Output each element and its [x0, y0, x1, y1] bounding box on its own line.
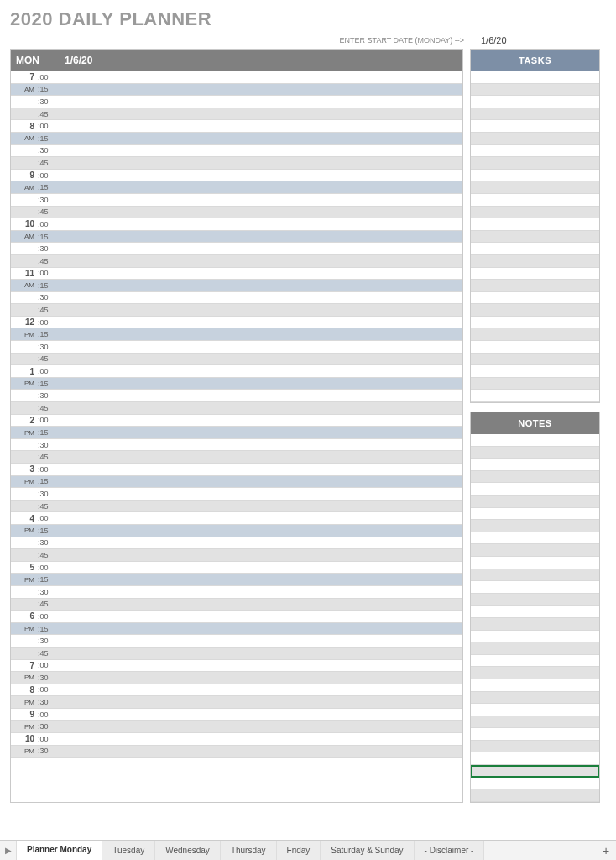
- task-row[interactable]: [471, 292, 599, 305]
- note-row[interactable]: [471, 434, 599, 447]
- schedule-row[interactable]: 7:00: [11, 71, 462, 84]
- task-row[interactable]: [471, 390, 599, 402]
- task-row[interactable]: [471, 170, 599, 182]
- schedule-row[interactable]: 10:00: [11, 733, 462, 746]
- task-row[interactable]: [471, 218, 599, 231]
- schedule-row[interactable]: 1:00: [11, 365, 462, 378]
- note-row[interactable]: [471, 655, 599, 668]
- note-row[interactable]: [471, 532, 599, 545]
- schedule-row[interactable]: :30: [11, 145, 462, 158]
- task-row[interactable]: [471, 120, 599, 133]
- schedule-row[interactable]: :30: [11, 635, 462, 648]
- schedule-row[interactable]: PM:15: [11, 378, 462, 391]
- task-row[interactable]: [471, 96, 599, 108]
- schedule-row[interactable]: :30: [11, 538, 462, 550]
- schedule-row[interactable]: 12:00: [11, 317, 462, 329]
- note-row[interactable]: [471, 459, 599, 471]
- schedule-row[interactable]: PM:30: [11, 721, 462, 733]
- task-row[interactable]: [471, 268, 599, 281]
- schedule-row[interactable]: PM:30: [11, 746, 462, 758]
- task-row[interactable]: [471, 108, 599, 121]
- note-row[interactable]: [471, 569, 599, 582]
- schedule-row[interactable]: 3:00: [11, 464, 462, 476]
- schedule-row[interactable]: PM:30: [11, 672, 462, 684]
- schedule-row[interactable]: 7:00: [11, 660, 462, 673]
- schedule-row[interactable]: PM:15: [11, 328, 462, 341]
- task-row[interactable]: [471, 243, 599, 255]
- schedule-row[interactable]: :45: [11, 255, 462, 268]
- note-row[interactable]: [471, 447, 599, 459]
- task-row[interactable]: [471, 157, 599, 170]
- schedule-row[interactable]: :45: [11, 108, 462, 121]
- schedule-row[interactable]: 5:00: [11, 562, 462, 574]
- schedule-row[interactable]: :30: [11, 488, 462, 501]
- task-row[interactable]: [471, 194, 599, 207]
- sheet-tab[interactable]: - Disclaimer -: [415, 841, 485, 860]
- task-row[interactable]: [471, 145, 599, 158]
- task-row[interactable]: [471, 341, 599, 354]
- note-row[interactable]: [471, 606, 599, 618]
- schedule-row[interactable]: :45: [11, 451, 462, 464]
- schedule-row[interactable]: PM:15: [11, 427, 462, 439]
- schedule-row[interactable]: :30: [11, 390, 462, 402]
- note-row[interactable]: [471, 692, 599, 705]
- note-row[interactable]: [471, 508, 599, 521]
- sheet-tab[interactable]: Tuesday: [102, 841, 155, 860]
- schedule-row[interactable]: PM:15: [11, 574, 462, 586]
- schedule-row[interactable]: 2:00: [11, 415, 462, 427]
- schedule-row[interactable]: :45: [11, 402, 462, 415]
- schedule-row[interactable]: AM:15: [11, 84, 462, 97]
- schedule-row[interactable]: :30: [11, 96, 462, 108]
- start-date-value[interactable]: 1/6/20: [476, 35, 606, 45]
- task-row[interactable]: [471, 280, 599, 292]
- note-row[interactable]: [471, 716, 599, 729]
- schedule-row[interactable]: :45: [11, 354, 462, 366]
- schedule-row[interactable]: :30: [11, 586, 462, 599]
- schedule-row[interactable]: PM:15: [11, 623, 462, 636]
- tab-nav-icon[interactable]: ▶: [0, 841, 17, 860]
- schedule-row[interactable]: 9:00: [11, 709, 462, 721]
- note-row[interactable]: [471, 471, 599, 484]
- note-row[interactable]: [471, 778, 599, 790]
- sheet-tab[interactable]: Friday: [277, 841, 321, 860]
- schedule-row[interactable]: :45: [11, 599, 462, 611]
- sheet-tab[interactable]: Wednesday: [155, 841, 221, 860]
- sheet-tab[interactable]: Saturday & Sunday: [321, 841, 414, 860]
- schedule-row[interactable]: AM:15: [11, 231, 462, 244]
- schedule-row[interactable]: :45: [11, 549, 462, 562]
- schedule-row[interactable]: :30: [11, 341, 462, 354]
- note-row[interactable]: [471, 618, 599, 631]
- note-row[interactable]: [471, 679, 599, 692]
- task-row[interactable]: [471, 133, 599, 145]
- note-row[interactable]: [471, 789, 599, 802]
- task-row[interactable]: [471, 354, 599, 366]
- schedule-row[interactable]: :30: [11, 439, 462, 452]
- note-row[interactable]: [471, 631, 599, 643]
- note-row[interactable]: [471, 741, 599, 753]
- note-row[interactable]: [471, 496, 599, 508]
- schedule-row[interactable]: 4:00: [11, 512, 462, 525]
- note-row[interactable]: [471, 752, 599, 765]
- schedule-row[interactable]: PM:30: [11, 696, 462, 709]
- task-row[interactable]: [471, 304, 599, 317]
- add-sheet-button[interactable]: +: [596, 841, 616, 860]
- schedule-row[interactable]: 9:00: [11, 170, 462, 182]
- schedule-row[interactable]: AM:15: [11, 133, 462, 145]
- schedule-row[interactable]: 8:00: [11, 684, 462, 697]
- schedule-row[interactable]: :45: [11, 648, 462, 660]
- task-row[interactable]: [471, 255, 599, 268]
- note-row[interactable]: [471, 704, 599, 716]
- task-row[interactable]: [471, 71, 599, 84]
- task-row[interactable]: [471, 207, 599, 219]
- schedule-row[interactable]: 8:00: [11, 120, 462, 133]
- task-row[interactable]: [471, 328, 599, 341]
- schedule-row[interactable]: :30: [11, 194, 462, 207]
- task-row[interactable]: [471, 317, 599, 329]
- note-row[interactable]: [471, 483, 599, 496]
- task-row[interactable]: [471, 378, 599, 391]
- schedule-row[interactable]: :30: [11, 292, 462, 305]
- schedule-row[interactable]: :30: [11, 243, 462, 255]
- note-row[interactable]: [471, 765, 599, 778]
- note-row[interactable]: [471, 581, 599, 594]
- schedule-row[interactable]: 11:00: [11, 268, 462, 281]
